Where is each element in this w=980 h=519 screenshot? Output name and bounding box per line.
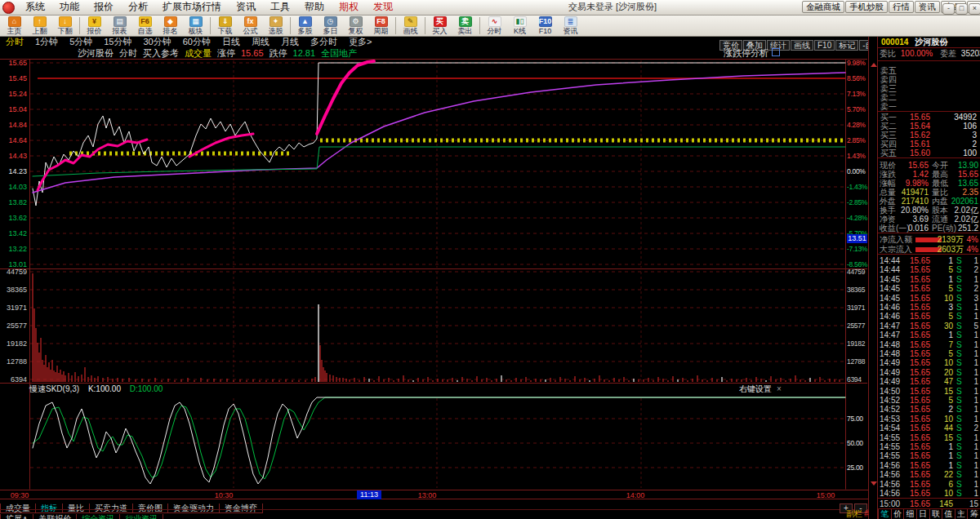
percent-axis-label: -2.85% [847, 199, 868, 206]
volume-bar [259, 380, 260, 382]
stock-header[interactable]: 000014 沙河股份 [878, 37, 980, 47]
tool-quote[interactable]: ¥报价 [82, 16, 107, 35]
menu-item-扩展市场行情[interactable]: 扩展市场行情 [155, 0, 229, 14]
menu-item-报价[interactable]: 报价 [87, 0, 121, 14]
tool-stock-pick[interactable]: ✦选股 [263, 16, 288, 35]
close-icon[interactable]: × [777, 384, 782, 393]
tab-关联报价[interactable]: 关联报价 [33, 514, 77, 519]
separator [878, 498, 980, 499]
minimize-button[interactable]: - [942, 3, 955, 15]
volume-bar [702, 379, 702, 382]
tool-label: 公式 [238, 28, 263, 35]
menu-item-期权[interactable]: 期权 [332, 0, 366, 14]
quote-tab-联[interactable]: 联 [929, 509, 942, 519]
scroll-down-icon[interactable] [871, 481, 877, 486]
menu-item-发现[interactable]: 发现 [366, 0, 400, 14]
period-item-多分时[interactable]: 多分时 [305, 37, 343, 47]
tool-download[interactable]: ⇓下载 [212, 16, 238, 35]
period-item-5分钟[interactable]: 5分钟 [64, 37, 98, 47]
tool-multi-day[interactable]: ◷多日 [318, 16, 343, 35]
corner-label[interactable]: 副栏# [846, 509, 879, 519]
chart-canvas[interactable] [0, 59, 868, 490]
volume-bar [834, 379, 835, 382]
tick-row: 14:5215.652S1 [878, 405, 980, 414]
menu-item-资讯[interactable]: 资讯 [229, 0, 263, 14]
period-item-分时[interactable]: 分时 [0, 37, 29, 47]
tick-row: 14:4515.651S1 [878, 275, 980, 284]
d-line [33, 397, 845, 479]
tool-formula[interactable]: fx公式 [238, 16, 263, 35]
tool-favorites[interactable]: F6自选 [132, 16, 158, 35]
titlebar-button-资讯[interactable]: 资讯 [915, 1, 940, 13]
period-item-1分钟[interactable]: 1分钟 [29, 37, 64, 47]
period-item-月线[interactable]: 月线 [275, 37, 305, 47]
tool-home[interactable]: ⌂主页 [2, 16, 27, 35]
menu-item-功能[interactable]: 功能 [52, 0, 87, 14]
tool-rank[interactable]: ◆排名 [158, 16, 183, 35]
overlay-settings-icon[interactable] [772, 48, 780, 56]
tool-period[interactable]: F8周期 [368, 16, 394, 35]
stat-label: 涨跌 [880, 170, 896, 179]
tick-flag: S [956, 387, 962, 396]
scroll-up-icon[interactable] [871, 63, 877, 67]
tool-kline-chart[interactable]: ▮▯K线 [507, 16, 532, 35]
tool-f10[interactable]: F10F10 [532, 16, 558, 35]
menu-item-系统[interactable]: 系统 [18, 0, 52, 14]
tool-page-up[interactable]: ↑上翻 [27, 16, 52, 35]
period-item-15分钟[interactable]: 15分钟 [98, 37, 137, 47]
period-item-30分钟[interactable]: 30分钟 [138, 37, 177, 47]
tool-sector[interactable]: ▦板块 [183, 16, 208, 35]
period-item-日线[interactable]: 日线 [216, 37, 246, 47]
tool-draw-line[interactable]: ✎画线 [398, 16, 423, 35]
volume-bar [775, 379, 776, 382]
volume-bar [545, 379, 546, 382]
menu-item-工具[interactable]: 工具 [263, 0, 297, 14]
kdj-settings-button[interactable]: 右键设置× [739, 384, 782, 395]
stat-value: 20.80% [898, 206, 929, 215]
period-item-60分钟[interactable]: 60分钟 [177, 37, 216, 47]
chart-button-F10[interactable]: F10 [814, 40, 835, 51]
tab-扩展∧[interactable]: 扩展∧ [0, 514, 33, 519]
tab-行业资讯[interactable]: 行业资讯 [119, 514, 163, 519]
close-button[interactable]: × [969, 3, 980, 15]
tool-news[interactable]: ≣资讯 [558, 16, 583, 35]
tool-sell[interactable]: 卖卖出 [452, 16, 478, 35]
quote-tab-日[interactable]: 日 [916, 509, 929, 519]
quote-tab-细[interactable]: 细 [903, 509, 916, 519]
quote-tab-筹[interactable]: 筹 [967, 509, 980, 519]
chart-button-标记[interactable]: 标记 [835, 40, 858, 51]
quote-tab-主[interactable]: 主 [955, 509, 968, 519]
titlebar-button-手机炒股[interactable]: 手机炒股 [845, 1, 888, 13]
tool-minute-chart[interactable]: ∿分时 [482, 16, 507, 35]
chart-button-画线[interactable]: 画线 [791, 40, 813, 51]
quote-tab-值[interactable]: 值 [942, 509, 955, 519]
tool-multi-stock[interactable]: ▲多股 [292, 16, 318, 35]
limit-analysis-label[interactable]: 涨跌停分析 [724, 47, 780, 59]
period-item-周线[interactable]: 周线 [246, 37, 275, 47]
titlebar-button-行情[interactable]: 行情 [889, 1, 914, 13]
panel-splitter[interactable] [868, 37, 878, 519]
restore-button[interactable]: □ [956, 3, 968, 15]
titlebar-button-金融商城[interactable]: 金融商城 [802, 1, 844, 13]
tick-count: 3 [973, 294, 978, 303]
menu-item-帮助[interactable]: 帮助 [297, 0, 332, 14]
tool-adjust[interactable]: ⚙复权 [343, 16, 368, 35]
tick-row: 14:5515.651S1 [878, 442, 980, 451]
tab-综合资讯[interactable]: 综合资讯 [76, 514, 120, 519]
tool-buy[interactable]: 买买入 [427, 16, 452, 35]
quote-tab-价[interactable]: 价 [891, 509, 904, 519]
tick-flag: S [956, 303, 962, 312]
period-item-更多>[interactable]: 更多> [343, 37, 377, 47]
tool-label: 自选 [132, 28, 158, 35]
bid-label: 买三 [880, 131, 897, 140]
bid-volume: 34992 [954, 113, 977, 122]
quote-tab-笔[interactable]: 笔 [878, 509, 891, 519]
volume-axis-label: 38365 [0, 286, 27, 294]
tool-report[interactable]: ▤报表 [107, 16, 132, 35]
volume-bar [555, 380, 555, 382]
stat-label: 总量 [880, 188, 896, 197]
ask-label: 卖三 [880, 84, 897, 93]
tool-page-down[interactable]: ↓下翻 [52, 16, 78, 35]
tick-volume: 47 [933, 377, 953, 386]
menu-item-分析[interactable]: 分析 [121, 0, 155, 14]
